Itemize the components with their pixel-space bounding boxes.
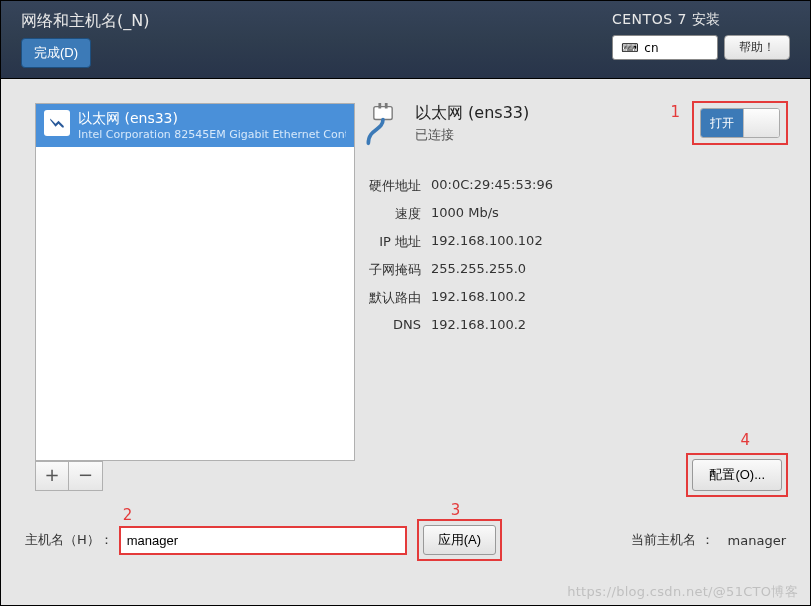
header-bar: 网络和主机名(_N) 完成(D) CENTOS 7 安装 ⌨ cn 帮助！ bbox=[1, 1, 810, 79]
svg-rect-1 bbox=[378, 103, 381, 109]
enable-toggle[interactable]: 打开 bbox=[700, 108, 780, 138]
toggle-on-label: 打开 bbox=[701, 109, 743, 137]
current-hostname-value: manager bbox=[728, 533, 786, 548]
detail-title: 以太网 (ens33) bbox=[415, 103, 529, 124]
done-button[interactable]: 完成(D) bbox=[21, 38, 91, 68]
prop-hwaddr: 硬件地址 00:0C:29:45:53:96 bbox=[361, 177, 786, 195]
toggle-knob bbox=[743, 109, 779, 137]
detail-properties: 硬件地址 00:0C:29:45:53:96 速度 1000 Mb/s IP 地… bbox=[361, 177, 786, 332]
add-interface-button[interactable]: + bbox=[35, 461, 69, 491]
annotation-3: 3 bbox=[451, 501, 461, 519]
svg-rect-0 bbox=[374, 107, 392, 120]
help-button[interactable]: 帮助！ bbox=[724, 35, 790, 60]
apply-hostname-button[interactable]: 应用(A) bbox=[423, 525, 496, 555]
configure-button[interactable]: 配置(O)... bbox=[692, 459, 782, 491]
prop-ip: IP 地址 192.168.100.102 bbox=[361, 233, 786, 251]
prop-gateway: 默认路由 192.168.100.2 bbox=[361, 289, 786, 307]
prop-netmask: 子网掩码 255.255.255.0 bbox=[361, 261, 786, 279]
remove-interface-button[interactable]: − bbox=[69, 461, 103, 491]
prop-speed: 速度 1000 Mb/s bbox=[361, 205, 786, 223]
interface-item-ens33[interactable]: 以太网 (ens33) Intel Corporation 82545EM Gi… bbox=[36, 104, 354, 147]
hostname-label: 主机名（H）： bbox=[25, 531, 113, 549]
detail-status: 已连接 bbox=[415, 126, 529, 144]
interface-name: 以太网 (ens33) bbox=[78, 110, 346, 128]
annotation-4: 4 bbox=[740, 431, 750, 449]
keyboard-icon: ⌨ bbox=[621, 41, 638, 55]
interface-list[interactable]: 以太网 (ens33) Intel Corporation 82545EM Gi… bbox=[35, 103, 355, 461]
annotation-box-4: 配置(O)... bbox=[686, 453, 788, 497]
plug-icon bbox=[361, 103, 405, 147]
install-title: CENTOS 7 安装 bbox=[612, 11, 790, 29]
interface-desc: Intel Corporation 82545EM Gigabit Ethern… bbox=[78, 128, 346, 141]
svg-rect-2 bbox=[385, 103, 388, 109]
annotation-box-1: 打开 bbox=[692, 101, 788, 145]
hostname-input[interactable] bbox=[119, 526, 407, 555]
annotation-1: 1 bbox=[670, 103, 680, 121]
keyboard-layout-indicator[interactable]: ⌨ cn bbox=[612, 35, 718, 60]
ethernet-icon bbox=[44, 110, 70, 136]
annotation-2: 2 bbox=[123, 506, 133, 524]
keyboard-layout-label: cn bbox=[644, 41, 658, 55]
watermark: https://blog.csdn.net/@51CTO博客 bbox=[567, 583, 798, 601]
annotation-box-3: 3 应用(A) bbox=[417, 519, 502, 561]
body-area: 以太网 (ens33) Intel Corporation 82545EM Gi… bbox=[1, 79, 810, 605]
prop-dns: DNS 192.168.100.2 bbox=[361, 317, 786, 332]
current-hostname-label: 当前主机名 ： bbox=[631, 531, 713, 549]
